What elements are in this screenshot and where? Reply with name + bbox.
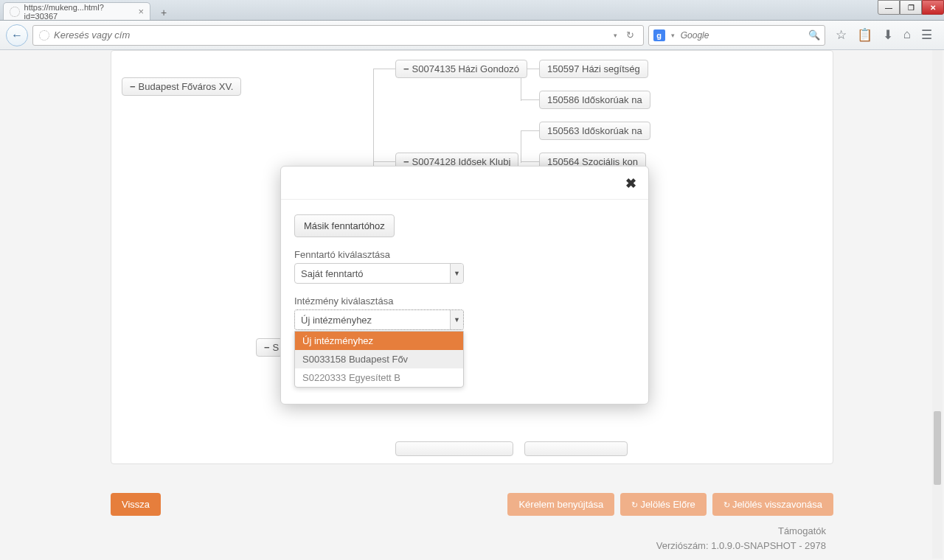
version-text: Verziószám: 1.0.9.0-SNAPSHOT - 2978 bbox=[656, 539, 826, 553]
move-dialog: ✖ Másik fenntartóhoz Fenntartó kiválaszt… bbox=[280, 166, 649, 405]
menu-icon[interactable]: ☰ bbox=[921, 27, 932, 43]
browser-tab[interactable]: https://mukeng...html?id=30367 × bbox=[3, 2, 150, 20]
dialog-header: ✖ bbox=[281, 167, 648, 200]
clipboard-icon[interactable]: 📋 bbox=[857, 27, 872, 43]
new-tab-button[interactable]: + bbox=[155, 5, 173, 20]
label: Jelölés Előre bbox=[640, 499, 695, 510]
node-label: Budapest Főváros XV. bbox=[139, 81, 234, 92]
dropdown-option[interactable]: S0033158 Budapest Főv bbox=[295, 350, 463, 368]
mark-forward-button[interactable]: ↻ Jelölés Előre bbox=[620, 493, 707, 516]
chevron-down-icon[interactable]: ▾ bbox=[670, 32, 676, 39]
tree-node[interactable]: 150563 Időskorúak na bbox=[539, 122, 650, 140]
footer-bar: Vissza Kérelem benyújtása ↻ Jelölés Előr… bbox=[111, 493, 833, 516]
tree-node[interactable]: − S0074135 Házi Gondozó bbox=[395, 60, 527, 78]
minimize-button[interactable]: — bbox=[878, 0, 900, 15]
undo-mark-button[interactable]: ↻ Jelölés visszavonása bbox=[712, 493, 833, 516]
footer-info: Támogatók Verziószám: 1.0.9.0-SNAPSHOT -… bbox=[656, 524, 826, 553]
node-label: S bbox=[273, 342, 280, 353]
search-box[interactable]: g ▾ 🔍 bbox=[648, 25, 825, 46]
globe-icon bbox=[10, 7, 20, 17]
node-label: 150586 Időskorúak na bbox=[547, 94, 642, 105]
node-label: 150563 Időskorúak na bbox=[547, 125, 642, 136]
nav-bar: ← ▾ ↻ g ▾ 🔍 ☆ 📋 ⬇ ⌂ ☰ bbox=[0, 21, 944, 50]
tab-close-icon[interactable]: × bbox=[138, 6, 144, 17]
chevron-down-icon[interactable]: ▾ bbox=[612, 32, 619, 39]
institution-label: Intézmény kiválasztása bbox=[294, 295, 635, 307]
dropdown-option[interactable]: Új intézményhez bbox=[295, 332, 463, 350]
tree-node[interactable]: 150597 Házi segítség bbox=[539, 60, 648, 78]
tree-node-obscured bbox=[524, 441, 628, 456]
tree-node-partial[interactable]: − S bbox=[256, 338, 282, 357]
collapse-icon[interactable]: − bbox=[264, 342, 270, 353]
address-bar[interactable]: ▾ ↻ bbox=[32, 25, 644, 46]
select-value: Új intézményhez bbox=[295, 315, 450, 326]
sponsors-link[interactable]: Támogatók bbox=[656, 524, 826, 539]
search-icon[interactable]: 🔍 bbox=[808, 29, 820, 41]
globe-icon bbox=[39, 30, 49, 41]
google-icon: g bbox=[653, 29, 665, 41]
close-icon[interactable]: ✖ bbox=[625, 175, 636, 192]
connector bbox=[521, 130, 521, 163]
connector bbox=[521, 161, 539, 162]
maximize-button[interactable]: ❐ bbox=[900, 0, 922, 15]
collapse-icon[interactable]: − bbox=[403, 63, 409, 74]
dropdown-list: Új intézményhez S0033158 Budapest Főv S0… bbox=[294, 331, 464, 388]
other-maintainer-button[interactable]: Másik fenntartóhoz bbox=[294, 214, 395, 237]
tree-node-root[interactable]: − Budapest Főváros XV. bbox=[122, 77, 241, 96]
dropdown-option[interactable]: S0220333 Egyesített B bbox=[295, 368, 463, 387]
reload-icon[interactable]: ↻ bbox=[623, 29, 637, 41]
tree-node[interactable]: 150586 Időskorúak na bbox=[539, 91, 650, 109]
node-label: S0074135 Házi Gondozó bbox=[412, 63, 519, 74]
home-icon[interactable]: ⌂ bbox=[903, 27, 911, 43]
chevron-down-icon[interactable]: ▼ bbox=[450, 310, 463, 329]
scrollbar-thumb[interactable] bbox=[934, 411, 941, 485]
label: Jelölés visszavonása bbox=[732, 499, 822, 510]
institution-select[interactable]: Új intézményhez ▼ Új intézményhez S00331… bbox=[294, 309, 464, 330]
select-value: Saját fenntartó bbox=[295, 268, 450, 279]
collapse-icon[interactable]: − bbox=[130, 81, 136, 92]
search-input[interactable] bbox=[681, 30, 804, 41]
window-close-button[interactable]: ✕ bbox=[922, 0, 944, 15]
vertical-scrollbar[interactable] bbox=[932, 50, 943, 559]
connector bbox=[373, 161, 395, 162]
node-label: 150597 Házi segítség bbox=[547, 63, 640, 74]
back-button[interactable]: Vissza bbox=[111, 493, 161, 516]
tab-title: https://mukeng...html?id=30367 bbox=[24, 3, 134, 21]
submit-request-button[interactable]: Kérelem benyújtása bbox=[507, 493, 614, 516]
downloads-icon[interactable]: ⬇ bbox=[883, 27, 893, 43]
tree-node-obscured bbox=[395, 441, 513, 456]
maintainer-label: Fenntartó kiválasztása bbox=[294, 249, 635, 260]
bookmark-star-icon[interactable]: ☆ bbox=[836, 27, 847, 43]
connector bbox=[521, 130, 539, 131]
url-input[interactable] bbox=[54, 29, 608, 41]
tab-strip: https://mukeng...html?id=30367 × + bbox=[0, 0, 944, 21]
maintainer-select[interactable]: Saját fenntartó ▼ bbox=[294, 263, 464, 284]
chevron-down-icon[interactable]: ▼ bbox=[450, 264, 463, 283]
connector bbox=[521, 99, 539, 100]
back-button[interactable]: ← bbox=[6, 24, 28, 46]
